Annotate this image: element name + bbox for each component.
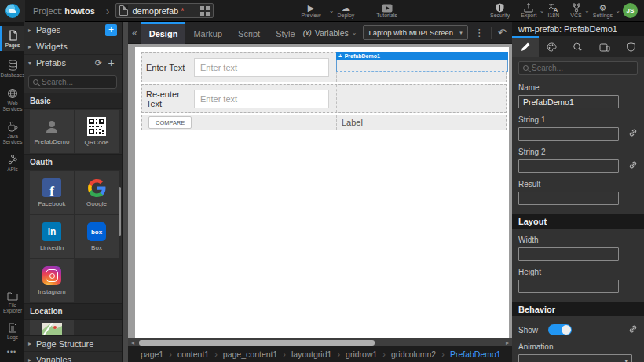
- accordion-variables[interactable]: ▸ Variables: [24, 352, 122, 362]
- vcs-button[interactable]: VCS ⌄: [565, 0, 587, 22]
- horizontal-scrollbar[interactable]: ◂ ▸: [128, 338, 512, 346]
- tab-script[interactable]: Script: [230, 22, 268, 44]
- grid-row-2[interactable]: Re-enter Text: [141, 84, 507, 113]
- grid-cell-label[interactable]: Label: [337, 115, 506, 130]
- accordion-pages[interactable]: ▸ Pages +: [24, 22, 122, 38]
- reenter-text-input[interactable]: [194, 90, 329, 108]
- accordion-widgets[interactable]: ▸ Widgets: [24, 38, 122, 55]
- selected-prefab-widget[interactable]: + PrefabDemo1: [336, 52, 508, 72]
- prefab-tile-facebook[interactable]: f Facebook: [30, 171, 74, 214]
- rail-item-java-services[interactable]: Java Services: [0, 118, 24, 148]
- prefab-tile-instagram[interactable]: Instagram: [30, 259, 74, 302]
- deploy-button[interactable]: ☁ Deploy: [331, 0, 360, 22]
- compare-button[interactable]: COMPARE: [148, 116, 192, 129]
- user-avatar[interactable]: JS: [623, 3, 638, 18]
- bind-chain-icon[interactable]: [628, 324, 638, 335]
- panel-splitter[interactable]: [122, 22, 128, 362]
- breadcrumb-gridrow1[interactable]: gridrow1: [346, 349, 377, 359]
- text-widget-caption: Enter Text: [142, 63, 194, 72]
- breadcrumb-page1[interactable]: page1: [141, 349, 163, 359]
- tab-design[interactable]: Design: [141, 22, 186, 44]
- tab-style[interactable]: Style: [268, 22, 302, 44]
- accordion-prefabs[interactable]: ▾ Prefabs ⟳ +: [24, 55, 122, 71]
- breadcrumb-page-content1[interactable]: page_content1: [223, 349, 277, 359]
- rail-item-pages[interactable]: Pages: [0, 26, 24, 51]
- refresh-icon[interactable]: ⟳: [95, 58, 102, 68]
- string2-field-input[interactable]: [518, 159, 619, 173]
- rail-item-databases[interactable]: Databases: [0, 56, 24, 81]
- tab-markup[interactable]: Markup: [185, 22, 230, 44]
- grid-cell-enter-text[interactable]: Enter Text: [142, 53, 337, 82]
- animation-select[interactable]: ▾: [518, 354, 632, 362]
- bind-chain-icon[interactable]: [628, 128, 638, 139]
- preview-button[interactable]: ▶ Preview ⌄: [296, 0, 332, 22]
- breadcrumb-prefabdemo1[interactable]: PrefabDemo1: [450, 349, 501, 359]
- prefab-tile-box[interactable]: box Box: [75, 215, 119, 258]
- grid-row-1[interactable]: Enter Text + PrefabDemo1: [141, 52, 507, 82]
- selection-header[interactable]: + PrefabDemo1: [336, 52, 508, 60]
- canvas-page[interactable]: Enter Text + PrefabDemo1: [135, 47, 509, 338]
- grid-row-3[interactable]: COMPARE Label: [141, 115, 507, 130]
- rail-item-logs[interactable]: Logs: [0, 319, 24, 343]
- rail-more-button[interactable]: •••: [0, 343, 24, 362]
- breadcrumb-gridcolumn2[interactable]: gridcolumn2: [391, 349, 436, 359]
- play-icon: ▶: [308, 4, 314, 13]
- rail-item-apis[interactable]: APIs: [0, 151, 24, 175]
- grid-cell-button[interactable]: COMPARE: [142, 115, 337, 130]
- grid-cell-reenter-text[interactable]: Re-enter Text: [142, 85, 337, 112]
- grid-cell-empty[interactable]: [337, 85, 506, 112]
- string1-field-input[interactable]: [518, 127, 619, 141]
- prefab-tile-qrcode[interactable]: QRCode: [75, 110, 119, 153]
- breadcrumb-content1[interactable]: content1: [177, 349, 209, 359]
- tab-security[interactable]: [617, 36, 644, 57]
- prefab-tile-google[interactable]: Google: [75, 171, 119, 214]
- wavemaker-logo[interactable]: [0, 0, 25, 22]
- page-selector[interactable]: demoprefab *: [115, 3, 214, 18]
- properties-search-input[interactable]: [532, 64, 633, 72]
- prefab-tile-map[interactable]: [30, 320, 74, 335]
- collapse-panel-button[interactable]: «: [128, 27, 141, 38]
- scrollbar-thumb[interactable]: [139, 340, 375, 346]
- scroll-left-icon[interactable]: ◂: [128, 339, 137, 346]
- i18n-button[interactable]: A I18N: [543, 0, 565, 22]
- prefab-tile-prefabdemo[interactable]: PrefabDemo: [30, 110, 74, 153]
- search-cursor-icon: [573, 42, 583, 53]
- grid-cell-prefab[interactable]: + PrefabDemo1: [337, 53, 506, 82]
- enter-text-input[interactable]: [194, 58, 329, 77]
- tab-devices[interactable]: [591, 36, 618, 57]
- tab-styles[interactable]: [539, 36, 565, 57]
- scroll-right-icon[interactable]: ▸: [503, 339, 512, 346]
- design-canvas[interactable]: Enter Text + PrefabDemo1: [128, 44, 512, 338]
- height-field-input[interactable]: [518, 280, 619, 293]
- tutorials-button[interactable]: Tutorials: [371, 0, 403, 22]
- bind-chain-icon[interactable]: [628, 160, 638, 171]
- accordion-page-structure[interactable]: ▸ Page Structure: [24, 335, 122, 352]
- undo-icon[interactable]: ↶: [498, 27, 507, 38]
- unsaved-indicator: *: [181, 6, 184, 16]
- import-prefab-button[interactable]: +: [105, 57, 117, 69]
- settings-button[interactable]: ⚙ Settings ⌄: [587, 0, 618, 22]
- collapsed-arrow-icon: ▸: [28, 43, 36, 50]
- variables-dropdown[interactable]: (x) Variables ⌄: [303, 28, 357, 38]
- result-field-input[interactable]: [518, 192, 619, 205]
- export-button[interactable]: Export ⌄: [515, 0, 542, 22]
- prefab-widget-body[interactable]: [336, 60, 508, 72]
- security-button[interactable]: Security: [485, 0, 515, 22]
- layout-grid[interactable]: Enter Text + PrefabDemo1: [141, 52, 507, 130]
- tab-inspector[interactable]: [565, 36, 591, 57]
- panel-scrollbar[interactable]: [119, 187, 121, 236]
- show-toggle[interactable]: [548, 324, 572, 335]
- add-page-button[interactable]: +: [105, 24, 117, 36]
- device-selector[interactable]: Laptop with MDPI Screen ▾: [363, 25, 467, 40]
- rail-item-web-services[interactable]: Web Services: [0, 84, 24, 115]
- prefab-search-input[interactable]: [42, 78, 112, 86]
- dashboard-grid-icon[interactable]: [200, 6, 210, 16]
- name-field-input[interactable]: [518, 95, 619, 108]
- width-field-input[interactable]: [518, 247, 619, 261]
- breadcrumb-layoutgrid1[interactable]: layoutgrid1: [291, 349, 331, 359]
- google-icon: [88, 179, 106, 197]
- tab-properties[interactable]: [512, 36, 539, 57]
- kebab-menu-icon[interactable]: ⋮: [474, 27, 485, 38]
- prefab-tile-linkedin[interactable]: in LinkedIn: [30, 215, 74, 258]
- rail-item-file-explorer[interactable]: File Explorer: [0, 287, 24, 316]
